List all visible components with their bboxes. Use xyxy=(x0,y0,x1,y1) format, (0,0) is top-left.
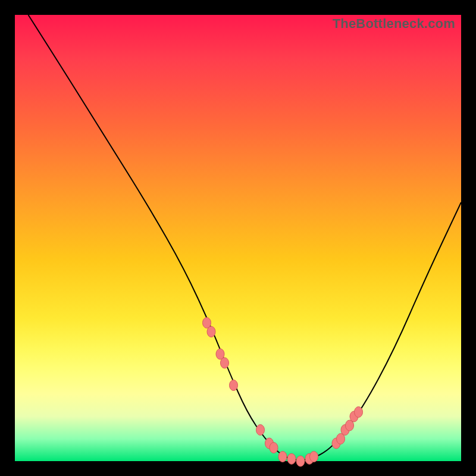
highlight-dot xyxy=(296,456,305,466)
highlight-dot xyxy=(221,358,229,368)
highlight-dot xyxy=(270,443,278,453)
highlight-dot xyxy=(287,453,296,464)
highlight-dot xyxy=(278,452,287,462)
plot-area: TheBottleneck.com xyxy=(15,15,461,461)
highlight-dot xyxy=(256,425,265,436)
highlight-dots-group xyxy=(203,318,363,467)
highlight-dot xyxy=(230,380,238,391)
chart-stage: TheBottleneck.com xyxy=(0,0,476,476)
highlight-dot xyxy=(310,452,318,462)
bottleneck-curve xyxy=(29,15,462,460)
highlight-dot xyxy=(355,407,363,418)
chart-overlay xyxy=(15,15,461,461)
highlight-dot xyxy=(207,327,215,337)
